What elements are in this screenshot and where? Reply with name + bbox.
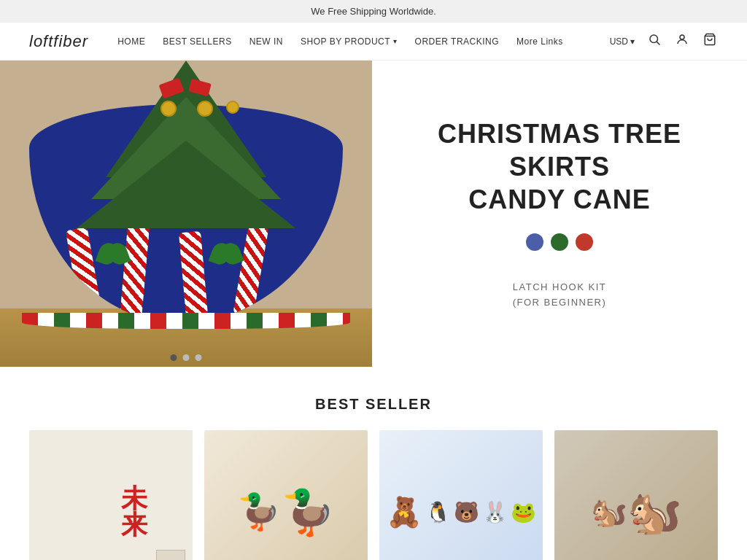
currency-arrow-icon: ▾ [630, 36, 635, 47]
product-image-3: 🐧 🐻 🐰 🐸 [379, 430, 543, 560]
svg-line-1 [657, 42, 659, 44]
main-nav: HOME BEST SELLERS NEW IN SHOP BY PRODUCT… [117, 36, 610, 47]
header-icons: USD ▾ [610, 31, 718, 51]
nav-more-links[interactable]: More Links [516, 36, 563, 47]
product-image-1: 未 来 [29, 430, 193, 560]
cart-icon [703, 33, 716, 50]
product-image-4: 🐿️ [554, 430, 718, 560]
hero-image-wrapper [0, 61, 372, 367]
user-icon [676, 33, 689, 50]
product-card-4[interactable]: 🐿️ [554, 430, 718, 560]
site-logo[interactable]: loftfiber [29, 32, 88, 51]
color-swatches [526, 233, 593, 251]
hero-content: CHRISTMAS TREE SKIRTS CANDY CANE LATCH H… [372, 88, 747, 340]
swatch-blue[interactable] [526, 233, 543, 251]
best-seller-title: BEST SELLER [29, 396, 718, 413]
product-card-2[interactable]: 🦆 [204, 430, 368, 560]
product-card-3[interactable]: 🐧 🐻 🐰 🐸 [379, 430, 543, 560]
banner-text: We Free Shipping Worldwide. [311, 6, 436, 17]
nav-order-tracking[interactable]: ORDER TRACKING [415, 36, 499, 47]
product-grid: 未 来 🦆 🐧 🐻 🐰 🐸 🐿️ [29, 430, 718, 560]
top-banner: We Free Shipping Worldwide. [0, 0, 747, 23]
nav-new-in[interactable]: NEW IN [249, 36, 283, 47]
nav-shop-by-product[interactable]: SHOP BY PRODUCT ▾ [301, 36, 398, 47]
swatch-red[interactable] [576, 233, 593, 251]
currency-label: USD [610, 36, 628, 47]
hero-title: CHRISTMAS TREE SKIRTS CANDY CANE [401, 117, 718, 216]
best-seller-section: BEST SELLER 未 来 🦆 🐧 🐻 [0, 367, 747, 560]
dropdown-arrow-icon: ▾ [393, 37, 398, 45]
product-image-2: 🦆 [204, 430, 368, 560]
account-button[interactable] [674, 31, 690, 51]
swatch-green[interactable] [551, 233, 568, 251]
search-icon [648, 33, 661, 50]
hero-subtitle: LATCH HOOK KIT (FOR BEGINNER) [513, 280, 607, 311]
svg-point-0 [650, 35, 658, 43]
svg-point-2 [680, 35, 684, 39]
product-card-1[interactable]: 未 来 [29, 430, 193, 560]
nav-home[interactable]: HOME [117, 36, 145, 47]
hero-product-image [0, 61, 372, 367]
nav-best-sellers[interactable]: BEST SELLERS [163, 36, 232, 47]
header: loftfiber HOME BEST SELLERS NEW IN SHOP … [0, 23, 747, 61]
acorn-icon: 🐿️ [627, 486, 682, 538]
cart-button[interactable] [702, 31, 718, 51]
hero-section: CHRISTMAS TREE SKIRTS CANDY CANE LATCH H… [0, 61, 747, 367]
search-button[interactable] [646, 31, 662, 51]
currency-selector[interactable]: USD ▾ [610, 36, 635, 47]
duck-icon: 🦆 [281, 486, 336, 538]
